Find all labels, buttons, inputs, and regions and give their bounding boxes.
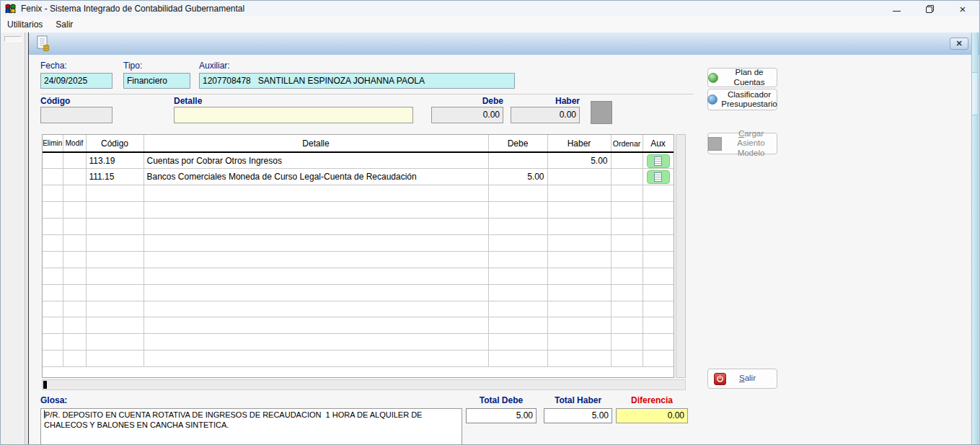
cell-aux[interactable] <box>643 152 674 169</box>
table-row[interactable] <box>43 301 674 317</box>
cell[interactable]: 5.00 <box>488 169 547 185</box>
table-row[interactable] <box>43 317 674 334</box>
cell[interactable] <box>63 202 86 219</box>
cell[interactable] <box>547 169 611 185</box>
cell[interactable] <box>611 185 643 202</box>
aux-button[interactable] <box>647 170 670 184</box>
table-row[interactable] <box>43 334 674 351</box>
cell[interactable] <box>86 284 144 301</box>
salir-button[interactable]: Salir <box>707 369 777 389</box>
cell[interactable] <box>43 301 63 317</box>
table-row[interactable] <box>43 251 674 268</box>
cell[interactable] <box>488 234 547 251</box>
cell[interactable] <box>63 301 86 317</box>
cell[interactable] <box>611 152 643 169</box>
table-row[interactable] <box>43 351 674 367</box>
close-button[interactable]: × <box>946 1 979 17</box>
cell[interactable] <box>611 317 643 334</box>
cell[interactable] <box>144 284 488 301</box>
codigo-input[interactable] <box>40 107 112 123</box>
cell[interactable] <box>488 284 547 301</box>
cell[interactable] <box>86 301 144 317</box>
cell[interactable] <box>547 351 611 367</box>
cell[interactable] <box>43 169 63 185</box>
cell[interactable] <box>43 202 63 219</box>
cell[interactable] <box>144 334 488 351</box>
cell[interactable] <box>547 284 611 301</box>
table-row[interactable] <box>43 234 674 251</box>
cell[interactable] <box>43 251 63 268</box>
panel-drag-handle[interactable] <box>4 36 22 42</box>
glosa-textarea[interactable]: P/R. DEPOSITO EN CUENTA ROTATIVA DE INGR… <box>40 408 462 444</box>
cargar-asiento-modelo-button[interactable]: Cargar AsientoModelo <box>707 133 777 154</box>
cell[interactable] <box>144 234 488 251</box>
cell[interactable] <box>547 268 611 284</box>
cell[interactable] <box>86 185 144 202</box>
menu-utilitarios[interactable]: Utilitarios <box>1 17 49 32</box>
cell[interactable] <box>86 202 144 219</box>
cell[interactable] <box>488 202 547 219</box>
cell[interactable] <box>86 251 144 268</box>
cell[interactable] <box>488 152 547 169</box>
cell[interactable] <box>547 185 611 202</box>
cell[interactable] <box>63 334 86 351</box>
clasificador-presupuestario-button[interactable]: ClasificadorPresupuestario <box>707 89 777 110</box>
cell[interactable] <box>547 251 611 268</box>
cell[interactable] <box>611 334 643 351</box>
cell[interactable]: Bancos Comerciales Moneda de Curso Legal… <box>144 169 488 185</box>
auxiliar-input[interactable]: 1207708478 SANTILLAN ESPINOZA JOHANNA PA… <box>199 73 515 89</box>
cell[interactable] <box>611 219 643 235</box>
aux-button[interactable] <box>647 154 670 168</box>
cell[interactable]: 5.00 <box>547 152 611 169</box>
cell[interactable] <box>488 351 547 367</box>
cell[interactable] <box>547 234 611 251</box>
cell[interactable] <box>63 317 86 334</box>
table-row[interactable] <box>43 219 674 235</box>
cell[interactable] <box>43 185 63 202</box>
cell[interactable] <box>144 268 488 284</box>
plan-de-cuentas-button[interactable]: Plan de Cuentas <box>707 68 777 87</box>
cell[interactable] <box>547 334 611 351</box>
cell[interactable] <box>86 334 144 351</box>
cell[interactable] <box>63 185 86 202</box>
debe-input[interactable]: 0.00 <box>431 107 503 123</box>
cell-aux[interactable] <box>643 169 674 185</box>
cell[interactable] <box>144 351 488 367</box>
table-row[interactable] <box>43 202 674 219</box>
cell[interactable] <box>488 317 547 334</box>
cell[interactable] <box>611 284 643 301</box>
cell[interactable] <box>43 351 63 367</box>
cell[interactable] <box>144 202 488 219</box>
cell[interactable] <box>547 317 611 334</box>
restore-button[interactable] <box>913 1 946 17</box>
cell[interactable] <box>611 301 643 317</box>
cell[interactable]: Cuentas por Cobrar Otros Ingresos <box>144 152 488 169</box>
table-row[interactable]: 113.19Cuentas por Cobrar Otros Ingresos5… <box>43 152 674 169</box>
cell[interactable]: 113.19 <box>86 152 144 169</box>
form-scrollbar-thumb[interactable] <box>972 72 978 115</box>
cell[interactable] <box>86 219 144 235</box>
cell[interactable] <box>63 169 86 185</box>
cell[interactable] <box>43 317 63 334</box>
menu-salir[interactable]: Salir <box>49 17 79 32</box>
cell[interactable] <box>43 152 63 169</box>
cell[interactable] <box>488 334 547 351</box>
fecha-input[interactable]: 24/09/2025 <box>40 73 112 89</box>
cell[interactable] <box>144 251 488 268</box>
cell[interactable] <box>86 234 144 251</box>
cell[interactable] <box>488 251 547 268</box>
cell[interactable] <box>488 301 547 317</box>
cell[interactable] <box>488 268 547 284</box>
cell[interactable] <box>488 219 547 235</box>
cell[interactable] <box>144 219 488 235</box>
cell[interactable] <box>63 219 86 235</box>
table-row[interactable] <box>43 185 674 202</box>
cell[interactable] <box>144 317 488 334</box>
cell[interactable] <box>611 234 643 251</box>
table-row[interactable]: 111.15Bancos Comerciales Moneda de Curso… <box>43 169 674 185</box>
grid-horizontal-scrollbar[interactable] <box>42 379 686 390</box>
form-vertical-scrollbar[interactable] <box>971 32 979 444</box>
cell[interactable]: 111.15 <box>86 169 144 185</box>
cell[interactable] <box>63 351 86 367</box>
grid-vertical-scrollbar[interactable] <box>676 134 686 378</box>
